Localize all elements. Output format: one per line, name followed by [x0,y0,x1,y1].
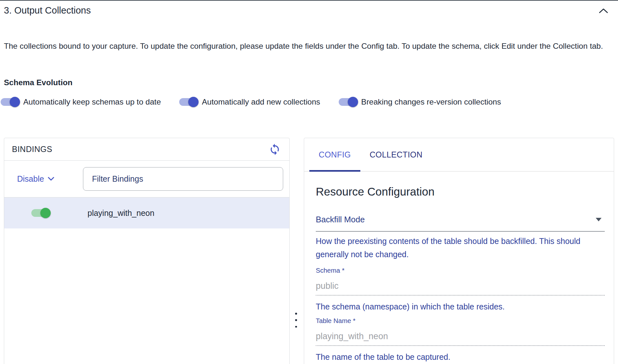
toggle-label: Breaking changes re-version collections [361,97,501,106]
backfill-select-underline [316,231,605,232]
dot [295,313,297,315]
toggle-thumb [348,97,358,107]
disable-dropdown-button[interactable]: Disable [17,174,54,184]
binding-editor-panel: CONFIG COLLECTION Resource Configuration… [304,138,614,364]
breaking-changes-toggle[interactable] [338,96,359,108]
schema-field-value[interactable]: public [316,281,605,291]
schema-evolution-label: Schema Evolution [4,78,72,87]
table-name-field: Table Name * playing_with_neon The name … [316,317,605,362]
table-name-field-label: Table Name * [316,317,605,325]
section-top-divider [0,0,618,1]
backfill-mode-label: Backfill Mode [316,215,365,224]
toggle-add-collections: Automatically add new collections [179,96,320,108]
output-collections-section: 3. Output Collections The collections bo… [0,0,618,364]
toggle-thumb [188,97,199,107]
toggle-thumb [10,97,20,107]
resource-configuration-heading: Resource Configuration [316,185,605,198]
backfill-mode-select[interactable]: Backfill Mode [316,215,605,224]
add-collections-toggle[interactable] [179,96,199,108]
chevron-down-icon [48,177,54,181]
binding-name: playing_with_neon [88,208,154,218]
filter-bindings-input[interactable] [83,167,283,191]
backfill-mode-description: How the preexisting contents of the tabl… [316,235,605,261]
tab-config[interactable]: CONFIG [309,138,360,171]
dot [295,319,297,321]
toggle-breaking-changes: Breaking changes re-version collections [338,96,501,108]
section-description: The collections bound to your capture. T… [4,39,604,53]
panel-resize-handle[interactable] [293,313,299,328]
table-name-field-description: The name of the table to be captured. [316,352,605,362]
toggle-label: Automatically keep schemas up to date [23,97,161,106]
table-name-field-underline [316,345,605,346]
chevron-up-icon [599,8,608,14]
dot [295,326,297,328]
refresh-bindings-button[interactable] [268,143,282,156]
schema-field-underline [316,295,605,296]
disable-label: Disable [17,174,44,184]
table-name-field-value[interactable]: playing_with_neon [316,331,605,341]
dropdown-arrow-icon [596,218,602,221]
schema-field: Schema * public The schema (namespace) i… [316,267,605,311]
bindings-panel-header: BINDINGS [4,138,289,161]
section-title: 3. Output Collections [4,5,91,16]
editor-content: Resource Configuration Backfill Mode How… [304,185,614,362]
binding-list-item[interactable]: playing_with_neon [4,197,289,228]
keep-schemas-toggle[interactable] [0,96,21,108]
bindings-controls: Disable [4,161,289,197]
schema-evolution-toggles: Automatically keep schemas up to date Au… [0,96,519,108]
editor-tabs: CONFIG COLLECTION [304,138,614,172]
schema-field-description: The schema (namespace) in which the tabl… [316,302,605,311]
bindings-panel: BINDINGS Disable playing_with_neon [4,138,290,364]
collapse-section-button[interactable] [597,6,610,15]
bindings-title: BINDINGS [12,145,52,154]
tab-collection[interactable]: COLLECTION [360,138,432,171]
binding-enabled-toggle[interactable] [31,207,51,219]
section-header: 3. Output Collections [4,5,610,16]
toggle-label: Automatically add new collections [202,97,320,106]
refresh-icon [269,143,281,156]
toggle-thumb [40,208,51,218]
schema-field-label: Schema * [316,267,605,274]
toggle-keep-schemas: Automatically keep schemas up to date [0,96,161,108]
